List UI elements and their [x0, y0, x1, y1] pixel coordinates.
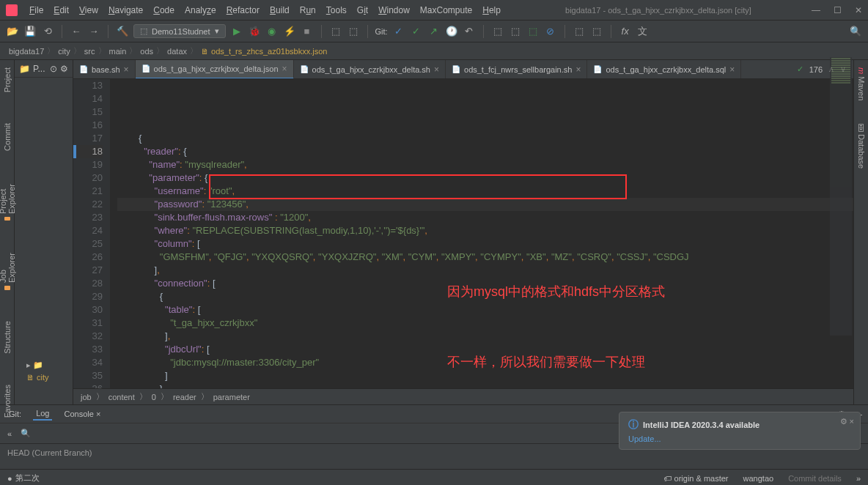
- gear-icon[interactable]: ⚙: [60, 64, 68, 74]
- tab-delta-sh[interactable]: 📄ods_t_ga_hjxx_czrkjbxx_delta.sh×: [294, 60, 446, 79]
- menu-edit[interactable]: Edit: [49, 4, 73, 17]
- side-project-explorer[interactable]: Project Explorer: [0, 177, 18, 225]
- menu-tools[interactable]: Tools: [322, 4, 351, 17]
- head-label: HEAD (Current Branch): [7, 448, 92, 457]
- minimize-icon[interactable]: —: [812, 5, 820, 15]
- close-icon[interactable]: ×: [282, 64, 287, 74]
- translate-icon[interactable]: 文: [636, 25, 650, 38]
- stop-icon[interactable]: ■: [301, 25, 314, 38]
- notification-popup: IntelliJ IDEA 2020.3.4 available Update.…: [619, 412, 861, 450]
- app-logo-icon: [6, 4, 18, 16]
- extra5-icon[interactable]: ⬚: [573, 25, 586, 38]
- run-config-combo[interactable]: ⬚Demo11Studnet▾: [133, 24, 226, 38]
- open-icon[interactable]: 📂: [6, 25, 19, 38]
- code-editor[interactable]: 1314151617181920212223242526272829303132…: [73, 79, 853, 388]
- side-job-explorer[interactable]: Job Explorer: [0, 247, 18, 295]
- hammer-icon[interactable]: 🔨: [116, 25, 129, 38]
- menu-maxcompute[interactable]: MaxCompute: [416, 4, 477, 17]
- side-database[interactable]: 🗄 Database: [856, 119, 867, 173]
- git-rollback-icon[interactable]: ↶: [463, 25, 476, 38]
- tool1-icon[interactable]: ⬚: [329, 25, 342, 38]
- git-push-icon[interactable]: ↗: [427, 25, 441, 38]
- save-icon[interactable]: 💾: [23, 25, 37, 38]
- search-icon[interactable]: 🔍: [21, 429, 31, 438]
- profile-icon[interactable]: ⚡: [283, 25, 296, 38]
- coverage-icon[interactable]: ◉: [265, 25, 279, 38]
- expand-icon[interactable]: »: [856, 474, 861, 483]
- inspection-count: 176: [809, 65, 823, 74]
- window-title: bigdata17 - ods_t_ga_hjxx_czrkjbxx_delta…: [565, 6, 751, 15]
- menu-code[interactable]: Code: [149, 4, 179, 17]
- maximize-icon[interactable]: ☐: [834, 5, 842, 15]
- extra3-icon[interactable]: ⬚: [526, 25, 540, 38]
- notif-update-link[interactable]: Update...: [628, 434, 851, 443]
- menu-window[interactable]: Window: [374, 4, 414, 17]
- check-icon[interactable]: ✓: [797, 64, 803, 74]
- right-sidebar: m Maven 🗄 Database: [853, 60, 868, 404]
- crumb[interactable]: main: [106, 47, 130, 56]
- close-icon[interactable]: ×: [729, 64, 735, 75]
- bc[interactable]: parameter: [213, 393, 250, 401]
- crumb-file[interactable]: 🗎 ods_t_rs_zhcs_az01bsbkxx.json: [198, 47, 330, 56]
- back-icon[interactable]: ←: [70, 25, 83, 38]
- tool2-icon[interactable]: ⬚: [347, 25, 360, 38]
- branch-status[interactable]: 🏷 origin & master: [663, 474, 729, 483]
- extra2-icon[interactable]: ⬚: [509, 25, 522, 38]
- target-icon[interactable]: ⊙: [50, 64, 57, 74]
- extra4-icon[interactable]: ⊘: [544, 25, 557, 38]
- notif-close-icon[interactable]: ⚙ ×: [840, 417, 854, 426]
- side-favorites[interactable]: Favorites: [1, 380, 13, 422]
- crumb[interactable]: city: [55, 47, 73, 56]
- bc[interactable]: reader: [173, 393, 196, 401]
- forward-icon[interactable]: →: [87, 25, 100, 38]
- git-label: Git:: [375, 27, 388, 36]
- side-maven[interactable]: m Maven: [856, 63, 867, 105]
- crumb[interactable]: ods: [137, 47, 156, 56]
- side-project[interactable]: Project: [1, 63, 13, 97]
- menu-file[interactable]: File: [25, 4, 48, 17]
- close-icon[interactable]: ×: [434, 64, 439, 75]
- bc[interactable]: content: [108, 393, 135, 401]
- bc[interactable]: job: [81, 393, 92, 401]
- menu-view[interactable]: View: [75, 4, 103, 17]
- refresh-icon[interactable]: ⟲: [41, 25, 54, 38]
- search-icon[interactable]: 🔍: [849, 25, 862, 38]
- minimap[interactable]: [830, 57, 852, 336]
- project-tree[interactable]: ▸ 📁 🗎 city: [15, 78, 73, 386]
- debug-icon[interactable]: 🐞: [248, 25, 261, 38]
- console-tab[interactable]: Console ×: [61, 408, 103, 420]
- git-update-icon[interactable]: ✓: [392, 25, 405, 38]
- fx-icon[interactable]: fx: [619, 25, 632, 38]
- side-structure[interactable]: Structure: [1, 316, 13, 358]
- code-area[interactable]: 因为mysql中的格式和hdfs中分区格式 不一样，所以我们需要做一下处理 { …: [110, 79, 853, 388]
- commit-details[interactable]: Commit details: [788, 474, 842, 483]
- menu-build[interactable]: Build: [265, 4, 294, 17]
- tab-sellbargain-sh[interactable]: 📄ods_t_fcj_nwrs_sellbargain.sh×: [446, 60, 587, 79]
- extra1-icon[interactable]: ⬚: [491, 25, 504, 38]
- close-icon[interactable]: ×: [575, 64, 581, 75]
- tab-delta-json[interactable]: 📄ods_t_ga_hjxx_czrkjbxx_delta.json×: [136, 60, 294, 79]
- menu-analyze[interactable]: Analyze: [180, 4, 221, 17]
- menu-refactor[interactable]: Refactor: [222, 4, 264, 17]
- side-commit[interactable]: Commit: [1, 119, 13, 155]
- close-icon[interactable]: ×: [124, 64, 129, 75]
- menu-git[interactable]: Git: [353, 4, 372, 17]
- tab-delta-sql[interactable]: 📄ods_t_ga_hjxx_czrkjbxx_delta.sql×: [587, 60, 741, 79]
- log-tab[interactable]: Log: [33, 407, 52, 421]
- extra6-icon[interactable]: ⬚: [590, 25, 603, 38]
- crumb[interactable]: bigdata17: [6, 47, 47, 56]
- editor-tabs: 📄base.sh× 📄ods_t_ga_hjxx_czrkjbxx_delta.…: [73, 60, 853, 79]
- arrow-icon[interactable]: «: [7, 429, 12, 438]
- git-commit-icon[interactable]: ✓: [410, 25, 423, 38]
- crumb[interactable]: src: [81, 47, 98, 56]
- menu-run[interactable]: Run: [295, 4, 320, 17]
- crumb[interactable]: datax: [164, 47, 190, 56]
- status-item[interactable]: ● 第二次: [7, 473, 40, 484]
- run-icon[interactable]: ▶: [230, 25, 243, 38]
- git-history-icon[interactable]: 🕐: [445, 25, 458, 38]
- tab-base-sh[interactable]: 📄base.sh×: [73, 60, 136, 79]
- menu-help[interactable]: Help: [478, 4, 505, 17]
- menu-navigate[interactable]: Navigate: [104, 4, 147, 17]
- close-icon[interactable]: ✕: [855, 5, 862, 15]
- bc[interactable]: 0: [152, 393, 156, 401]
